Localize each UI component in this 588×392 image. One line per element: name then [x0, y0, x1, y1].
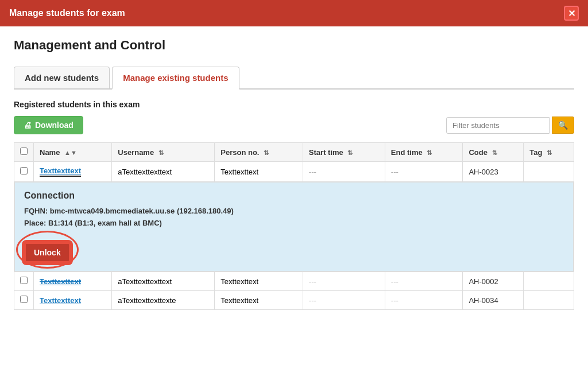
row2-starttime: --- — [309, 277, 316, 286]
download-button[interactable]: 🖨 Download — [14, 116, 83, 134]
row2-tag-cell — [524, 272, 574, 291]
col-code[interactable]: Code ⇅ — [463, 143, 524, 162]
select-all-checkbox[interactable] — [20, 148, 28, 155]
row3-personno: Texttexttext — [220, 296, 258, 305]
row2-code-cell: AH-0002 — [463, 272, 524, 291]
row1-username-cell: aTexttexttexttext — [112, 162, 215, 182]
row1-personno: Texttexttext — [220, 168, 258, 176]
row2-checkbox[interactable] — [20, 277, 28, 284]
row2-username: aTexttexttexttext — [118, 277, 172, 286]
col-person-no[interactable]: Person no. ⇅ — [215, 143, 303, 162]
col-username[interactable]: Username ⇅ — [112, 143, 215, 162]
row1-name-link[interactable]: Texttexttext — [40, 166, 81, 177]
row3-code: AH-0034 — [469, 296, 498, 305]
row1-personno-cell: Texttexttext — [215, 162, 303, 182]
filter-input[interactable] — [446, 117, 550, 134]
col-name[interactable]: Name ▲▼ — [34, 143, 112, 162]
row2-username-cell: aTexttexttexttext — [112, 272, 215, 291]
row3-personno-cell: Texttexttext — [215, 291, 303, 310]
row1-checkbox[interactable] — [20, 167, 28, 174]
row3-username: aTexttexttexttexte — [118, 296, 176, 305]
page-title: Management and Control — [14, 38, 574, 53]
table-header-row: Name ▲▼ Username ⇅ Person no. ⇅ Start ti… — [14, 143, 574, 162]
row2-endtime: --- — [391, 277, 399, 286]
row3-code-cell: AH-0034 — [463, 291, 524, 310]
filter-button[interactable]: 🔍 — [552, 117, 574, 134]
col-end-time[interactable]: End time ⇅ — [385, 143, 463, 162]
row2-checkbox-cell[interactable] — [14, 272, 34, 291]
modal-header: Manage students for exam ✕ — [0, 0, 588, 26]
connection-panel-cell: Connection FQHN: bmc-mtwca049.bmcmediate… — [14, 182, 574, 272]
row3-name-cell: Texttexttext — [34, 291, 112, 310]
fqhn-value: bmc-mtwca049.bmcmediatek.uu.se (192.168.… — [50, 207, 234, 215]
search-icon: 🔍 — [558, 121, 568, 130]
row1-tag-cell — [524, 162, 574, 182]
sort-endtime-icon: ⇅ — [427, 149, 432, 157]
row1-endtime-cell: --- — [385, 162, 463, 182]
row3-name-link[interactable]: Texttexttext — [40, 296, 81, 305]
connection-panel-row: Connection FQHN: bmc-mtwca049.bmcmediate… — [14, 182, 574, 272]
tab-add-new-students[interactable]: Add new students — [14, 67, 110, 88]
col-start-time[interactable]: Start time ⇅ — [303, 143, 385, 162]
tab-bar: Add new students Manage existing student… — [14, 67, 574, 90]
row3-endtime: --- — [391, 296, 399, 305]
row1-code: AH-0023 — [469, 168, 498, 176]
row3-starttime: --- — [309, 296, 316, 305]
row3-username-cell: aTexttexttexttexte — [112, 291, 215, 310]
section-title: Registered students in this exam — [14, 100, 574, 109]
row1-checkbox-cell[interactable] — [14, 162, 34, 182]
sort-name-icon: ▲▼ — [64, 149, 77, 156]
row2-personno-cell: Texttexttext — [215, 272, 303, 291]
sort-code-icon: ⇅ — [492, 149, 497, 157]
tab-manage-existing-students[interactable]: Manage existing students — [112, 67, 239, 90]
table-row: Texttexttext aTexttexttexttext Texttextt… — [14, 272, 574, 291]
row2-name-cell: Texttexttext — [34, 272, 112, 291]
row1-name-cell: Texttexttext — [34, 162, 112, 182]
row1-username: aTexttexttexttext — [118, 168, 172, 176]
download-label: Download — [35, 121, 74, 130]
row3-tag-cell — [524, 291, 574, 310]
sort-personno-icon: ⇅ — [264, 149, 269, 157]
modal-body: Management and Control Add new students … — [0, 26, 588, 392]
place-value: B1:314 (B1:3, exam hall at BMC) — [48, 219, 162, 227]
row3-starttime-cell: --- — [303, 291, 385, 310]
row2-endtime-cell: --- — [385, 272, 463, 291]
connection-place: Place: B1:314 (B1:3, exam hall at BMC) — [24, 219, 564, 227]
row3-endtime-cell: --- — [385, 291, 463, 310]
row1-endtime: --- — [391, 168, 399, 176]
row2-personno: Texttexttext — [220, 277, 258, 286]
connection-panel: Connection FQHN: bmc-mtwca049.bmcmediate… — [14, 182, 574, 271]
printer-icon: 🖨 — [24, 121, 32, 130]
modal-close-button[interactable]: ✕ — [564, 6, 579, 21]
sort-starttime-icon: ⇅ — [347, 149, 353, 157]
row2-name-link[interactable]: Texttexttext — [40, 277, 81, 286]
row3-checkbox[interactable] — [20, 296, 28, 303]
sort-tag-icon: ⇅ — [547, 149, 552, 157]
place-label: Place: — [24, 219, 46, 227]
row1-starttime-cell: --- — [303, 162, 385, 182]
modal-title: Manage students for exam — [9, 8, 125, 18]
row1-code-cell: AH-0023 — [463, 162, 524, 182]
unlock-button[interactable]: Unlock — [24, 242, 71, 263]
connection-fqhn: FQHN: bmc-mtwca049.bmcmediatek.uu.se (19… — [24, 207, 564, 215]
table-row: Texttexttext aTexttexttexttexte Texttext… — [14, 291, 574, 310]
table-row: Texttexttext aTexttexttexttext Texttextt… — [14, 162, 574, 182]
col-tag[interactable]: Tag ⇅ — [524, 143, 574, 162]
toolbar: 🖨 Download 🔍 — [14, 116, 574, 134]
unlock-wrapper: Unlock — [24, 236, 71, 263]
sort-username-icon: ⇅ — [158, 149, 164, 157]
select-all-checkbox-header[interactable] — [14, 143, 34, 162]
row2-starttime-cell: --- — [303, 272, 385, 291]
row3-checkbox-cell[interactable] — [14, 291, 34, 310]
fqhn-label: FQHN: — [24, 207, 48, 215]
students-table: Name ▲▼ Username ⇅ Person no. ⇅ Start ti… — [14, 142, 574, 310]
row2-code: AH-0002 — [469, 277, 498, 286]
connection-title: Connection — [24, 191, 564, 201]
row1-starttime: --- — [309, 168, 316, 176]
filter-area: 🔍 — [446, 117, 574, 134]
